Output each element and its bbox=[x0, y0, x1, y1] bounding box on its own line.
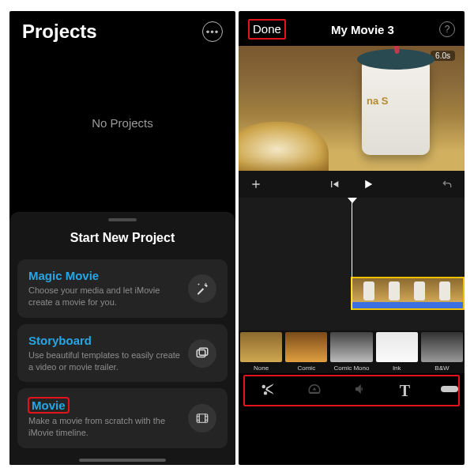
projects-screen: Projects ••• No Projects Start New Proje… bbox=[9, 11, 235, 465]
play-icon bbox=[361, 177, 375, 191]
tool-cut[interactable] bbox=[261, 382, 275, 399]
filter-none[interactable]: None bbox=[239, 331, 284, 373]
tool-text[interactable]: T bbox=[400, 382, 410, 400]
video-preview[interactable]: 6.0s na S bbox=[239, 46, 465, 171]
tool-speed[interactable] bbox=[307, 382, 322, 399]
film-icon bbox=[188, 404, 216, 433]
timeline[interactable] bbox=[239, 198, 465, 331]
filter-strip: None Comic Comic Mono Ink B&W bbox=[239, 331, 465, 373]
projects-header: Projects ••• bbox=[9, 11, 235, 47]
filter-label: None bbox=[254, 365, 269, 372]
option-magic-movie[interactable]: Magic Movie Choose your media and let iM… bbox=[17, 259, 228, 318]
audio-track bbox=[352, 302, 463, 308]
filter-comic-mono[interactable]: Comic Mono bbox=[329, 331, 374, 373]
option-desc: Make a movie from scratch with the iMovi… bbox=[28, 415, 180, 439]
rewind-button[interactable] bbox=[328, 178, 340, 194]
skip-back-icon bbox=[328, 178, 340, 191]
add-media-button[interactable] bbox=[250, 178, 262, 194]
transport-bar bbox=[239, 171, 465, 198]
sheet-grabber[interactable] bbox=[108, 218, 137, 221]
option-movie[interactable]: Movie Make a movie from scratch with the… bbox=[17, 388, 228, 448]
home-indicator bbox=[79, 459, 166, 462]
tool-volume[interactable] bbox=[353, 382, 367, 399]
filter-ink[interactable]: Ink bbox=[374, 331, 419, 373]
filter-bw[interactable]: B&W bbox=[419, 331, 465, 373]
filter-comic[interactable]: Comic bbox=[284, 331, 329, 373]
play-button[interactable] bbox=[361, 177, 375, 195]
help-button[interactable]: ? bbox=[439, 21, 455, 37]
editor-screen: Done My Movie 3 ? 6.0s na S bbox=[239, 11, 465, 465]
editor-header: Done My Movie 3 ? bbox=[239, 11, 465, 46]
filter-label: Ink bbox=[393, 365, 401, 372]
option-desc: Choose your media and let iMovie create … bbox=[28, 285, 180, 308]
empty-state: No Projects bbox=[9, 47, 235, 198]
option-title: Magic Movie bbox=[28, 269, 180, 282]
playhead[interactable] bbox=[352, 201, 352, 310]
speedometer-icon bbox=[307, 382, 322, 396]
question-icon: ? bbox=[445, 24, 450, 35]
projects-title: Projects bbox=[22, 21, 97, 43]
option-title: Movie bbox=[28, 398, 69, 413]
undo-icon bbox=[441, 178, 453, 191]
plus-icon bbox=[250, 178, 262, 191]
empty-state-label: No Projects bbox=[92, 116, 153, 130]
sheet-title: Start New Project bbox=[9, 231, 235, 245]
sparkle-wand-icon bbox=[188, 274, 216, 303]
filter-label: B&W bbox=[434, 365, 449, 372]
option-title: Storyboard bbox=[28, 334, 180, 347]
storyboard-icon bbox=[188, 339, 216, 368]
movie-title: My Movie 3 bbox=[331, 23, 394, 36]
preview-graphic-cup: na S bbox=[362, 60, 430, 155]
option-desc: Use beautiful templates to easily create… bbox=[28, 349, 180, 373]
option-title-wrapper: Movie bbox=[28, 398, 180, 415]
svg-rect-1 bbox=[199, 348, 208, 355]
more-menu-button[interactable]: ••• bbox=[202, 21, 223, 42]
filter-label: Comic Mono bbox=[334, 365, 370, 372]
ellipsis-icon: ••• bbox=[206, 26, 220, 38]
undo-button[interactable] bbox=[441, 178, 453, 194]
volume-icon bbox=[353, 382, 367, 396]
done-highlight: Done bbox=[248, 19, 286, 40]
filter-label: Comic bbox=[297, 365, 315, 372]
option-storyboard[interactable]: Storyboard Use beautiful templates to ea… bbox=[17, 324, 228, 383]
new-project-sheet: Start New Project Magic Movie Choose you… bbox=[9, 212, 235, 465]
svg-rect-0 bbox=[197, 349, 205, 357]
project-type-options: Magic Movie Choose your media and let iM… bbox=[9, 259, 235, 448]
preview-graphic-bowl bbox=[239, 122, 329, 171]
scissors-icon bbox=[261, 382, 275, 396]
done-button[interactable]: Done bbox=[253, 22, 281, 36]
svg-rect-2 bbox=[197, 414, 208, 423]
tool-row: T bbox=[243, 375, 460, 406]
video-clip[interactable] bbox=[351, 277, 465, 310]
